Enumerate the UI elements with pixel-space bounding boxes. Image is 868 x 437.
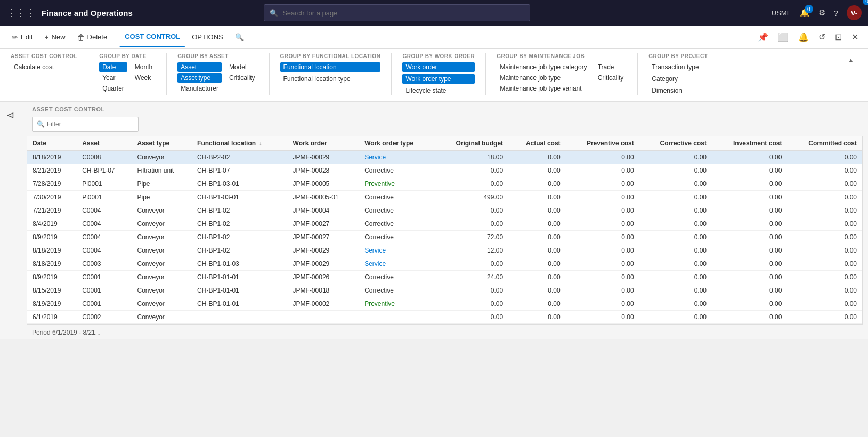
ribbon-date-item-4[interactable]: Week (132, 73, 156, 83)
filter-input[interactable] (47, 120, 134, 128)
ribbon-mj-item-0[interactable]: Maintenance job type category (497, 62, 590, 72)
table-row[interactable]: 8/9/2019 C0001 Conveyor CH-BP1-01-01 JPM… (27, 271, 862, 284)
cell-preventive-cost: 0.00 (566, 204, 639, 217)
edit-button[interactable]: ✏ Edit (6, 28, 38, 47)
cell-preventive-cost: 0.00 (566, 151, 639, 164)
ribbon-wo-item-0[interactable]: Work order (402, 62, 475, 72)
app-grid-icon[interactable]: ⋮⋮⋮ (6, 7, 35, 19)
cell-original-budget: 12.00 (435, 244, 508, 257)
ribbon-proj-item-2[interactable]: Dimension (648, 86, 708, 95)
ribbon-mj-item-3[interactable]: Trade (595, 62, 627, 72)
cell-corrective-cost: 0.00 (639, 271, 712, 284)
cell-functional-location: CH-BP1-01-01 (192, 271, 287, 284)
cell-work-order-type: Service (359, 244, 435, 257)
avatar[interactable]: V- (847, 5, 862, 20)
ribbon-asset-item-1[interactable]: Asset type (177, 73, 222, 83)
table-row[interactable]: 8/15/2019 C0001 Conveyor CH-BP1-01-01 JP… (27, 284, 862, 297)
cell-date: 8/4/2019 (27, 217, 77, 231)
col-header-work-order[interactable]: Work order (288, 136, 360, 151)
edit-label: Edit (21, 33, 33, 41)
cell-work-order: JPMF-00027 (288, 231, 360, 244)
cell-original-budget: 0.00 (435, 217, 508, 231)
filter-input-container[interactable]: 🔍 (32, 117, 139, 132)
col-header-preventive-cost[interactable]: Preventive cost (566, 136, 639, 151)
ribbon-asset-item-0[interactable]: Asset (177, 62, 222, 72)
ribbon-asset-item-4[interactable]: Criticality (226, 73, 258, 83)
pin-icon[interactable]: 📌 (755, 30, 772, 44)
cell-work-order-type: Preventive (359, 177, 435, 191)
ribbon-date-item-0[interactable]: Date (99, 62, 127, 72)
table-row[interactable]: 6/1/2019 C0002 Conveyor 0.00 0.00 0.00 0… (27, 311, 862, 324)
ribbon-wo-item-2[interactable]: Lifecycle state (402, 86, 475, 95)
new-button[interactable]: + New (39, 28, 70, 47)
close-icon[interactable]: ✕ (848, 30, 862, 44)
cell-asset-type: Conveyor (132, 311, 192, 324)
table-row[interactable]: 8/18/2019 C0004 Conveyor CH-BP1-02 JPMF-… (27, 244, 862, 257)
table-row[interactable]: 7/30/2019 Pi0001 Pipe CH-BP1-03-01 JPMF-… (27, 191, 862, 204)
ribbon-mj-item-2[interactable]: Maintenance job type variant (497, 84, 590, 93)
table-row[interactable]: 7/21/2019 C0004 Conveyor CH-BP1-02 JPMF-… (27, 204, 862, 217)
settings-icon[interactable]: ⚙ (818, 8, 825, 18)
cell-committed-cost: 0.00 (787, 204, 862, 217)
ribbon-fl-item-0[interactable]: Functional location (280, 62, 381, 72)
ribbon-date-item-3[interactable]: Month (132, 62, 156, 72)
cell-functional-location: CH-BP1-02 (192, 244, 287, 257)
ribbon-fl-item-1[interactable]: Functional location type (280, 74, 381, 84)
help-icon[interactable]: ? (834, 9, 838, 18)
search-button[interactable]: 🔍 (230, 28, 249, 47)
table-row[interactable]: 8/18/2019 C0008 Conveyor CH-BP2-02 JPMF-… (27, 151, 862, 164)
filter-panel-icon[interactable]: ⊲ (6, 109, 14, 121)
table-header-row: Date Asset Asset type Functional locatio… (27, 136, 862, 151)
office-icon[interactable]: ⬜ (775, 30, 792, 44)
cell-asset-type: Conveyor (132, 151, 192, 164)
table-row[interactable]: 8/18/2019 C0003 Conveyor CH-BP1-01-03 JP… (27, 257, 862, 271)
ribbon-wo-item-1[interactable]: Work order type (402, 74, 475, 84)
ribbon-asset-item-3[interactable]: Model (226, 62, 258, 72)
cell-work-order: JPMF-00018 (288, 284, 360, 297)
ribbon-date-item-1[interactable]: Year (99, 73, 127, 83)
delete-button[interactable]: 🗑 Delete (72, 28, 113, 47)
search-bar[interactable]: 🔍 (264, 4, 530, 21)
ribbon-asset-item-2[interactable]: Manufacturer (177, 84, 222, 93)
cell-asset-type: Conveyor (132, 271, 192, 284)
search-input[interactable] (282, 9, 524, 17)
ribbon-proj-item-0[interactable]: Transaction type (648, 62, 708, 72)
col-header-actual-cost[interactable]: Actual cost (508, 136, 566, 151)
ribbon-calculate-cost[interactable]: Calculate cost (11, 62, 77, 72)
ribbon-collapse-button[interactable]: ▲ (845, 55, 857, 65)
refresh-icon[interactable]: ↺ (815, 30, 829, 44)
cell-asset-type: Conveyor (132, 204, 192, 217)
ribbon-col-asset-1: Asset Asset type Manufacturer (177, 62, 222, 93)
table-row[interactable]: 8/21/2019 CH-BP1-07 Filtration unit CH-B… (27, 164, 862, 177)
cell-asset: C0002 (77, 311, 132, 324)
col-header-corrective-cost[interactable]: Corrective cost (639, 136, 712, 151)
col-header-asset[interactable]: Asset (77, 136, 132, 151)
badge-icon[interactable]: 🔔 0 (795, 30, 812, 44)
table-row[interactable]: 8/19/2019 C0001 Conveyor CH-BP1-01-01 JP… (27, 297, 862, 311)
col-header-work-order-type[interactable]: Work order type (359, 136, 435, 151)
cell-functional-location: CH-BP1-01-01 (192, 284, 287, 297)
col-header-committed-cost[interactable]: Committed cost (787, 136, 862, 151)
tab-options[interactable]: OPTIONS (186, 28, 229, 47)
ribbon-proj-item-1[interactable]: Category (648, 74, 708, 84)
col-header-asset-type[interactable]: Asset type (132, 136, 192, 151)
table-container[interactable]: Date Asset Asset type Functional locatio… (27, 136, 863, 325)
cell-asset-type: Conveyor (132, 244, 192, 257)
notification-bell[interactable]: 🔔 0 (800, 8, 810, 18)
restore-icon[interactable]: ⊡ (832, 30, 845, 44)
table-row[interactable]: 7/28/2019 Pi0001 Pipe CH-BP1-03-01 JPMF-… (27, 177, 862, 191)
col-header-investment-cost[interactable]: Investment cost (712, 136, 787, 151)
cell-original-budget: 0.00 (435, 297, 508, 311)
tab-cost-control[interactable]: COST CONTROL (119, 28, 185, 47)
ribbon-items-asset: Asset Asset type Manufacturer Model Crit… (177, 62, 258, 93)
ribbon-mj-item-1[interactable]: Maintenance job type (497, 73, 590, 83)
col-header-date[interactable]: Date (27, 136, 77, 151)
col-header-functional-location[interactable]: Functional location ↓ (192, 136, 287, 151)
col-header-original-budget[interactable]: Original budget (435, 136, 508, 151)
table-row[interactable]: 8/4/2019 C0004 Conveyor CH-BP1-02 JPMF-0… (27, 217, 862, 231)
table-row[interactable]: 8/9/2019 C0004 Conveyor CH-BP1-02 JPMF-0… (27, 231, 862, 244)
ribbon-mj-item-4[interactable]: Criticality (595, 73, 627, 83)
ribbon-date-item-2[interactable]: Quarter (99, 84, 127, 93)
cell-functional-location: CH-BP1-01-03 (192, 257, 287, 271)
cell-committed-cost: 0.00 (787, 231, 862, 244)
